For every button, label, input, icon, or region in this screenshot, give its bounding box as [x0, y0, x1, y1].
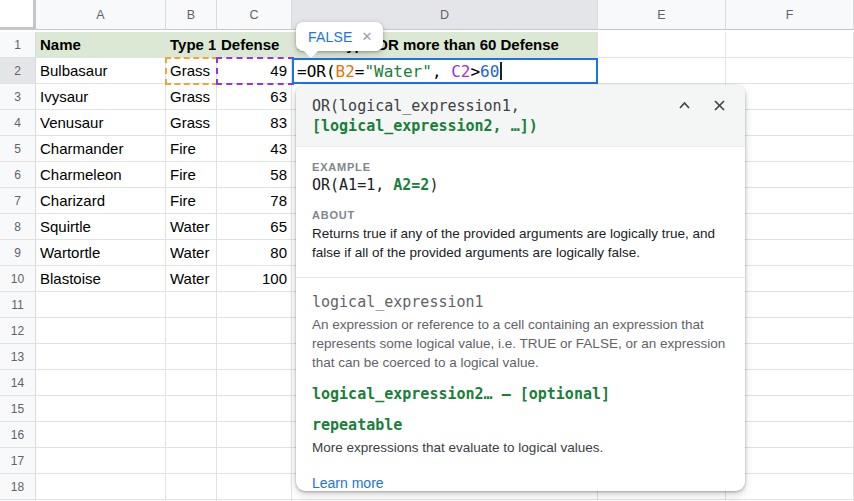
cell-C15[interactable] — [217, 396, 292, 422]
cell-B4[interactable]: Grass — [166, 110, 217, 136]
cell-A17[interactable] — [36, 448, 166, 474]
cell-F3[interactable] — [726, 84, 854, 110]
row-header-5[interactable]: 5 — [0, 136, 36, 162]
cell-A18[interactable] — [36, 474, 166, 500]
cell-F5[interactable] — [726, 136, 854, 162]
cell-A14[interactable] — [36, 370, 166, 396]
cell-A15[interactable] — [36, 396, 166, 422]
cell-C7[interactable]: 78 — [217, 188, 292, 214]
row-header-18[interactable]: 18 — [0, 474, 36, 500]
cell-A7[interactable]: Charizard — [36, 188, 166, 214]
row-header-15[interactable]: 15 — [0, 396, 36, 422]
cell-F4[interactable] — [726, 110, 854, 136]
cell-F18[interactable] — [726, 474, 854, 500]
row-header-11[interactable]: 11 — [0, 292, 36, 318]
cell-B14[interactable] — [166, 370, 217, 396]
cell-B7[interactable]: Fire — [166, 188, 217, 214]
cell-E2[interactable] — [598, 58, 726, 84]
cell-B10[interactable]: Water — [166, 266, 217, 292]
tooltip-close-icon[interactable]: ✕ — [362, 29, 373, 44]
cell-B18[interactable] — [166, 474, 217, 500]
row-header-9[interactable]: 9 — [0, 240, 36, 266]
row-header-12[interactable]: 12 — [0, 318, 36, 344]
cell-B3[interactable]: Grass — [166, 84, 217, 110]
row-header-6[interactable]: 6 — [0, 162, 36, 188]
row-header-17[interactable]: 17 — [0, 448, 36, 474]
cell-C3[interactable]: 63 — [217, 84, 292, 110]
row-header-3[interactable]: 3 — [0, 84, 36, 110]
cell-C8[interactable]: 65 — [217, 214, 292, 240]
cell-B12[interactable] — [166, 318, 217, 344]
cell-B13[interactable] — [166, 344, 217, 370]
cell-B16[interactable] — [166, 422, 217, 448]
row-header-1[interactable]: 1 — [0, 32, 36, 58]
cell-A6[interactable]: Charmeleon — [36, 162, 166, 188]
cell-C10[interactable]: 100 — [217, 266, 292, 292]
cell-C18[interactable] — [217, 474, 292, 500]
col-header-B[interactable]: B — [166, 0, 217, 30]
cell-F2[interactable] — [726, 58, 854, 84]
cell-A3[interactable]: Ivysaur — [36, 84, 166, 110]
cell-C17[interactable] — [217, 448, 292, 474]
cell-F13[interactable] — [726, 344, 854, 370]
cell-A2[interactable]: Bulbasaur — [36, 58, 166, 84]
cell-F10[interactable] — [726, 266, 854, 292]
col-header-F[interactable]: F — [726, 0, 854, 30]
cell-B5[interactable]: Fire — [166, 136, 217, 162]
cell-A16[interactable] — [36, 422, 166, 448]
cell-C16[interactable] — [217, 422, 292, 448]
col-header-E[interactable]: E — [598, 0, 726, 30]
row-header-14[interactable]: 14 — [0, 370, 36, 396]
cell-C13[interactable] — [217, 344, 292, 370]
cell-B1[interactable]: Type 1 — [166, 32, 217, 58]
cell-C9[interactable]: 80 — [217, 240, 292, 266]
cell-F17[interactable] — [726, 448, 854, 474]
row-header-13[interactable]: 13 — [0, 344, 36, 370]
cell-F7[interactable] — [726, 188, 854, 214]
cell-C6[interactable]: 58 — [217, 162, 292, 188]
collapse-chevron-up-icon[interactable] — [677, 98, 692, 113]
cell-A8[interactable]: Squirtle — [36, 214, 166, 240]
cell-F16[interactable] — [726, 422, 854, 448]
cell-A11[interactable] — [36, 292, 166, 318]
cell-C11[interactable] — [217, 292, 292, 318]
cell-C4[interactable]: 83 — [217, 110, 292, 136]
cell-A1[interactable]: Name — [36, 32, 166, 58]
cell-B17[interactable] — [166, 448, 217, 474]
cell-F11[interactable] — [726, 292, 854, 318]
cell-A5[interactable]: Charmander — [36, 136, 166, 162]
cell-B8[interactable]: Water — [166, 214, 217, 240]
cell-B11[interactable] — [166, 292, 217, 318]
cell-C1[interactable]: Defense — [217, 32, 292, 58]
cell-E1[interactable] — [598, 32, 726, 58]
row-header-7[interactable]: 7 — [0, 188, 36, 214]
cell-F14[interactable] — [726, 370, 854, 396]
cell-C14[interactable] — [217, 370, 292, 396]
cell-F9[interactable] — [726, 240, 854, 266]
cell-F1[interactable] — [726, 32, 854, 58]
cell-B6[interactable]: Fire — [166, 162, 217, 188]
formula-edit-cell-D2[interactable]: =OR(B2="Water", C2>60 — [292, 58, 598, 84]
row-header-8[interactable]: 8 — [0, 214, 36, 240]
cell-A10[interactable]: Blastoise — [36, 266, 166, 292]
cell-C12[interactable] — [217, 318, 292, 344]
cell-A9[interactable]: Wartortle — [36, 240, 166, 266]
cell-F8[interactable] — [726, 214, 854, 240]
cell-F15[interactable] — [726, 396, 854, 422]
cell-B15[interactable] — [166, 396, 217, 422]
cell-B9[interactable]: Water — [166, 240, 217, 266]
cell-A13[interactable] — [36, 344, 166, 370]
col-header-C[interactable]: C — [217, 0, 292, 30]
cell-A12[interactable] — [36, 318, 166, 344]
select-all-corner[interactable] — [0, 0, 36, 30]
cell-A4[interactable]: Venusaur — [36, 110, 166, 136]
cell-C5[interactable]: 43 — [217, 136, 292, 162]
close-icon[interactable] — [712, 98, 727, 113]
cell-F12[interactable] — [726, 318, 854, 344]
learn-more-link[interactable]: Learn more — [312, 475, 384, 491]
row-header-2[interactable]: 2 — [0, 58, 36, 84]
row-header-4[interactable]: 4 — [0, 110, 36, 136]
cell-F6[interactable] — [726, 162, 854, 188]
row-header-16[interactable]: 16 — [0, 422, 36, 448]
row-header-10[interactable]: 10 — [0, 266, 36, 292]
